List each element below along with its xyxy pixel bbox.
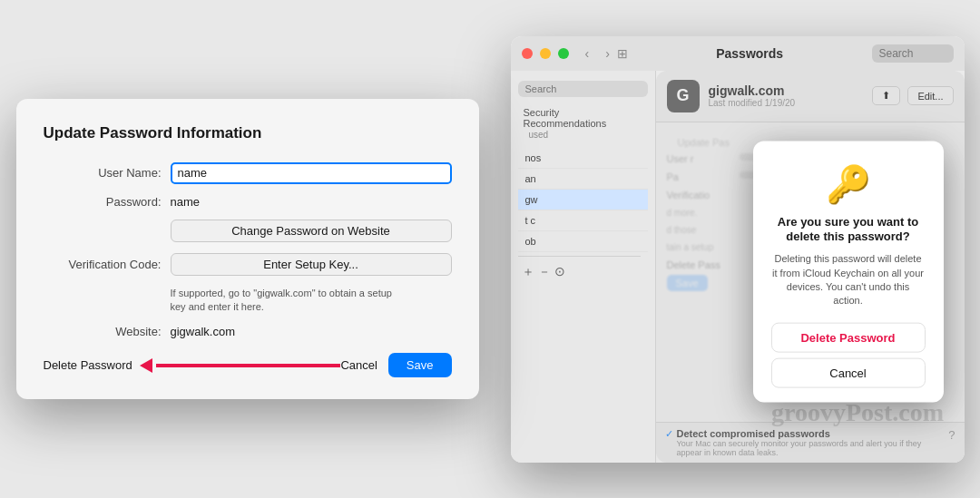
dialog-message: Deleting this password will delete it fr… [771,252,926,308]
save-button[interactable]: Save [388,353,452,377]
back-button[interactable]: ‹ [585,46,590,61]
titlebar-search-input[interactable] [872,44,954,63]
key-icon: 🔑 [771,162,926,205]
minimize-traffic-light[interactable] [540,48,551,59]
enter-setup-key-button[interactable]: Enter Setup Key... [171,253,452,276]
sidebar-security-recommendations[interactable]: Security Recommendations used [518,104,648,142]
list-item[interactable]: ob [518,231,648,252]
list-item-selected[interactable]: gw [518,190,648,210]
arrow-head-icon [140,358,152,373]
list-item[interactable]: an [518,169,648,190]
sidebar-list: nos an gw t c ob [518,144,648,256]
app-title: Passwords [635,46,865,61]
username-row: User Name: [44,162,452,184]
dialog-title: Are you sure you want to delete this pas… [771,214,926,245]
arrow-line [156,364,341,367]
maximize-traffic-light[interactable] [558,48,569,59]
website-value: gigwalk.com [171,325,452,338]
passwords-app-window: ‹ › ⊞ Passwords Security Recommendations… [511,36,965,463]
remove-icon[interactable]: － [538,264,551,280]
verification-row: Verification Code: Enter Setup Key... [44,253,452,276]
main-content: G gigwalk.com Last modified 1/19/20 ⬆ Ed… [656,71,965,463]
delete-password-button[interactable]: Delete Password [44,358,132,372]
security-sub: used [524,128,554,142]
username-input[interactable] [171,162,452,184]
website-label: Website: [44,325,162,338]
bottom-buttons: Delete Password Cancel Save [44,353,452,377]
change-password-button[interactable]: Change Password on Website [171,220,452,242]
password-value: name [171,195,452,209]
dialog-cancel-button[interactable]: Cancel [771,357,926,387]
grid-button[interactable]: ⊞ [617,46,628,61]
titlebar: ‹ › ⊞ Passwords [511,36,965,71]
sidebar-search-input[interactable] [518,81,648,97]
sidebar: Security Recommendations used nos an gw … [511,71,656,463]
update-password-panel: Update Password Information User Name: P… [16,99,479,400]
delete-confirmation-dialog: 🔑 Are you sure you want to delete this p… [753,141,944,402]
add-icon[interactable]: ＋ [522,264,534,280]
panel-title: Update Password Information [44,124,452,142]
change-pw-row: Change Password on Website [44,220,452,242]
more-options-icon[interactable]: ⊙ [554,264,565,280]
verification-label: Verification Code: [44,258,162,271]
cancel-button[interactable]: Cancel [340,358,377,372]
username-label: User Name: [44,166,162,180]
password-label: Password: [44,195,162,209]
setup-key-hint: If supported, go to "gigwalk.com" to obt… [171,287,452,315]
list-item[interactable]: nos [518,148,648,169]
website-row: Website: gigwalk.com [44,325,452,338]
password-row: Password: name [44,195,452,209]
close-traffic-light[interactable] [522,48,533,59]
list-item[interactable]: t c [518,210,648,231]
app-body: Security Recommendations used nos an gw … [511,71,965,463]
dialog-delete-button[interactable]: Delete Password [771,322,926,352]
arrow-indicator [140,358,341,373]
forward-button[interactable]: › [605,46,610,61]
